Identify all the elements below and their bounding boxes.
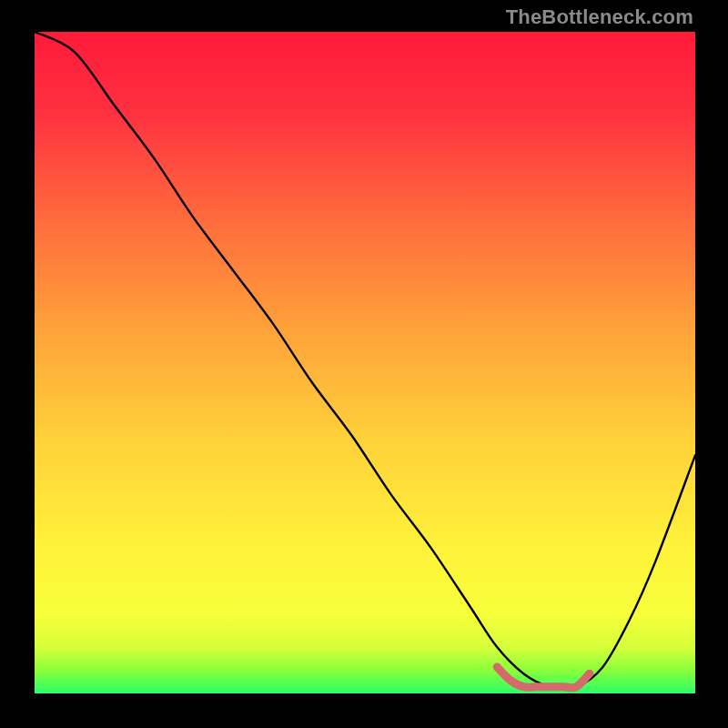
background-gradient bbox=[35, 32, 695, 693]
watermark-text: TheBottleneck.com bbox=[506, 5, 693, 29]
chart-frame: TheBottleneck.com bbox=[0, 0, 728, 728]
plot-area bbox=[35, 32, 695, 693]
svg-rect-0 bbox=[35, 32, 695, 693]
